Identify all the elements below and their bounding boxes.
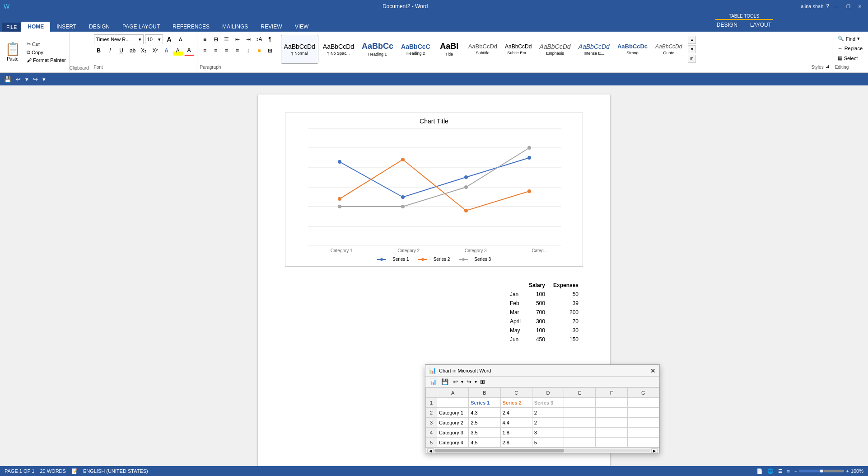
ss-cell-g5[interactable] <box>627 438 659 448</box>
ss-undo-dropdown[interactable]: ▾ <box>461 379 463 384</box>
format-painter-button[interactable]: 🖌 Format Painter <box>25 57 67 64</box>
ss-cell-g4[interactable] <box>627 428 659 438</box>
align-right-button[interactable]: ≡ <box>222 46 232 56</box>
zoom-out-btn[interactable]: − <box>794 468 797 474</box>
select-button[interactable]: ▦ Select - <box>835 54 865 62</box>
increase-font-button[interactable]: A <box>164 34 174 44</box>
find-button[interactable]: 🔍 Find ▾ <box>835 34 865 43</box>
ss-undo-btn[interactable]: ↩ <box>452 378 459 386</box>
ss-cell-c1[interactable]: Series 2 <box>500 398 532 408</box>
ss-cell-b4[interactable]: 3.5 <box>469 428 500 438</box>
font-color-button[interactable]: A <box>184 46 194 56</box>
styles-scroll-down[interactable]: ▼ <box>688 45 696 53</box>
qa-customize[interactable]: ▾ <box>41 75 47 84</box>
styles-expand[interactable]: ⊿ <box>826 64 829 70</box>
spreadsheet-close-button[interactable]: ✕ <box>650 367 656 374</box>
ss-table-btn[interactable]: ⊞ <box>479 378 486 386</box>
cut-button[interactable]: ✂ Cut <box>25 40 67 48</box>
decrease-indent-button[interactable]: ⇤ <box>233 34 243 44</box>
tab-references[interactable]: REFERENCES <box>166 22 216 32</box>
ss-redo-btn[interactable]: ↪ <box>465 378 473 386</box>
style-heading1-button[interactable]: AaBbCc Heading 1 <box>359 35 397 64</box>
style-normal-button[interactable]: AaBbCcDd ¶ Normal <box>281 35 318 64</box>
style-title-button[interactable]: AaBl Title <box>435 35 464 64</box>
ss-col-a[interactable]: A <box>437 388 469 398</box>
qa-redo-button[interactable]: ↪ <box>32 75 39 84</box>
font-name-selector[interactable]: Times New R... ▾ <box>94 34 144 44</box>
superscript-button[interactable]: X² <box>150 46 160 56</box>
ss-cell-d5[interactable]: 5 <box>532 438 564 448</box>
underline-button[interactable]: U <box>117 46 126 56</box>
increase-indent-button[interactable]: ⇥ <box>243 34 253 44</box>
styles-scroll-up[interactable]: ▲ <box>688 36 696 44</box>
spreadsheet-grid[interactable]: A B C D E F G 1 Series 1 Series 2 Series… <box>425 387 659 448</box>
ss-col-e[interactable]: E <box>564 388 596 398</box>
ss-cell-b5[interactable]: 4.5 <box>469 438 500 448</box>
ss-cell-g1[interactable] <box>627 398 659 408</box>
ss-cell-a2[interactable]: Category 1 <box>437 408 469 418</box>
multilevel-list-button[interactable]: ☰ <box>222 34 232 44</box>
font-size-selector[interactable]: 10 ▾ <box>145 34 163 44</box>
justify-button[interactable]: ≡ <box>233 46 243 56</box>
style-emphasis-button[interactable]: AaBbCcDd Emphasis <box>536 35 574 64</box>
ss-cell-a3[interactable]: Category 2 <box>437 418 469 428</box>
style-no-spacing-button[interactable]: AaBbCcDd ¶ No Spac... <box>320 35 357 64</box>
copy-button[interactable]: ⧉ Copy <box>25 48 67 56</box>
tab-mailings[interactable]: MAILINGS <box>216 22 254 32</box>
tab-insert[interactable]: INSERT <box>50 22 83 32</box>
ss-cell-c2[interactable]: 2.4 <box>500 408 532 418</box>
tab-layout[interactable]: LAYOUT <box>744 20 778 30</box>
ss-scroll-right[interactable]: ▶ <box>651 448 658 453</box>
style-intense-button[interactable]: AaBbCcDd Intense E... <box>575 35 613 64</box>
style-quote-button[interactable]: AaBbCcDd Quote <box>652 35 685 64</box>
chart-container[interactable]: Chart Title 6 5 4 3 <box>285 113 583 267</box>
bold-button[interactable]: B <box>94 46 104 56</box>
ss-cell-e1[interactable] <box>564 398 596 408</box>
zoom-thumb[interactable] <box>819 469 824 473</box>
ss-cell-b1[interactable]: Series 1 <box>469 398 500 408</box>
replace-button[interactable]: ↔ Replace <box>835 44 865 52</box>
ss-cell-g2[interactable] <box>627 408 659 418</box>
ss-cell-f2[interactable] <box>596 408 627 418</box>
ss-redo-dropdown[interactable]: ▾ <box>475 379 477 384</box>
style-strong-button[interactable]: AaBbCcDc Strong <box>614 35 651 64</box>
ss-save-btn[interactable]: 💾 <box>440 378 450 386</box>
italic-button[interactable]: I <box>105 46 115 56</box>
ss-col-f[interactable]: F <box>596 388 627 398</box>
ss-cell-f3[interactable] <box>596 418 627 428</box>
ss-cell-c4[interactable]: 1.8 <box>500 428 532 438</box>
qa-undo-button[interactable]: ↩ <box>14 75 22 84</box>
align-left-button[interactable]: ≡ <box>200 46 210 56</box>
ss-col-c[interactable]: C <box>500 388 532 398</box>
ss-cell-b3[interactable]: 2.5 <box>469 418 500 428</box>
tab-page-layout[interactable]: PAGE LAYOUT <box>116 22 166 32</box>
ss-col-b[interactable]: B <box>469 388 500 398</box>
line-spacing-button[interactable]: ↕ <box>243 46 253 56</box>
decrease-font-button[interactable]: A <box>176 34 186 44</box>
tab-review[interactable]: REVIEW <box>254 22 288 32</box>
ss-cell-a5[interactable]: Category 4 <box>437 438 469 448</box>
style-subtle-em-button[interactable]: AaBbCcDd Subtle Em... <box>502 35 535 64</box>
ss-cell-e3[interactable] <box>564 418 596 428</box>
minimize-btn[interactable]: — <box>832 2 841 11</box>
tab-design[interactable]: DESIGN <box>83 22 116 32</box>
close-btn[interactable]: ✕ <box>855 2 864 11</box>
ss-cell-c3[interactable]: 4.4 <box>500 418 532 428</box>
shading-button[interactable]: ■ <box>254 46 264 56</box>
zoom-slider[interactable] <box>799 470 844 472</box>
align-center-button[interactable]: ≡ <box>211 46 221 56</box>
ss-cell-d4[interactable]: 3 <box>532 428 564 438</box>
tab-table-design[interactable]: DESIGN <box>710 20 744 30</box>
styles-more[interactable]: ⊞ <box>688 55 696 63</box>
subscript-button[interactable]: X₂ <box>139 46 149 56</box>
restore-btn[interactable]: ❐ <box>844 2 853 11</box>
spreadsheet-scrollbar[interactable]: ◀ ▶ <box>425 448 659 453</box>
view-draft-btn[interactable]: ≡ <box>787 468 790 474</box>
paste-button[interactable]: 📋 Paste <box>2 34 23 70</box>
show-formatting-button[interactable]: ¶ <box>265 34 275 44</box>
ss-cell-e4[interactable] <box>564 428 596 438</box>
tab-file[interactable]: FILE <box>2 23 21 32</box>
sort-button[interactable]: ↕A <box>254 34 264 44</box>
ss-cell-e2[interactable] <box>564 408 596 418</box>
ss-col-d[interactable]: D <box>532 388 564 398</box>
